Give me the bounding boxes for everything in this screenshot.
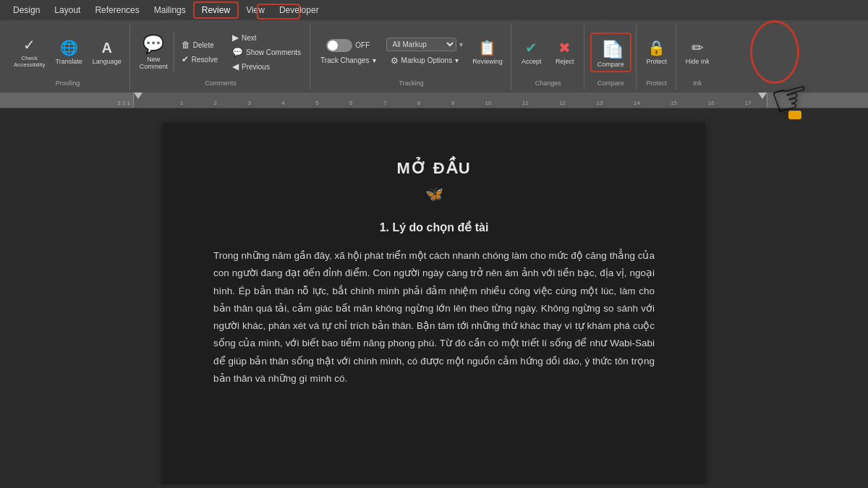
tracking-buttons: OFF Track Changes ▾ All Markup Simple Ma… [316, 26, 506, 78]
reviewing-pane-label: Reviewing [472, 58, 503, 65]
check-accessibility-button[interactable]: ✓ CheckAccessibility [10, 34, 49, 70]
menu-bar: Design Layout References Mailings Review… [0, 0, 868, 20]
accept-label: Accept [522, 58, 542, 65]
protect-label: Protect [646, 58, 667, 65]
compare-icon: 📄 📄 [601, 37, 621, 59]
accept-icon: ✔ [525, 39, 537, 56]
show-comments-label: Show Comments [246, 48, 301, 56]
proofing-group: ✓ CheckAccessibility 🌐 Translate A Langu… [6, 23, 130, 90]
changes-group: ✔ Accept ✖ Reject Changes [513, 23, 584, 90]
translate-button[interactable]: 🌐 Translate [52, 37, 86, 67]
compare-button[interactable]: 📄 📄 Compare [590, 33, 631, 72]
previous-button[interactable]: ◀ Previous [228, 60, 305, 73]
menu-review[interactable]: Review [193, 1, 239, 19]
ribbon-wrapper: Design Layout References Mailings Review… [0, 0, 868, 93]
previous-label: Previous [242, 63, 270, 71]
protect-button[interactable]: 🔒 Protect [642, 37, 671, 67]
menu-references[interactable]: References [88, 3, 146, 17]
next-button[interactable]: ▶ Next [228, 31, 305, 44]
translate-label: Translate [56, 58, 82, 65]
show-comments-button[interactable]: 💬 Show Comments [228, 46, 305, 59]
reject-icon: ✖ [558, 39, 571, 56]
tracking-label: Tracking [316, 80, 506, 87]
track-changes-button[interactable]: Track Changes ▾ [316, 55, 380, 66]
ruler-left-ticks: 3 2 1 [0, 100, 133, 106]
ruler-17: 17 [745, 100, 752, 106]
ruler-6: 6 [349, 100, 352, 106]
translate-icon: 🌐 [60, 39, 78, 56]
delete-icon: 🗑 [182, 40, 190, 50]
protect-group-label: Protect [642, 80, 671, 87]
changes-label: Changes [517, 80, 579, 87]
hide-ink-button[interactable]: ✏ Hide Ink [682, 37, 713, 67]
ink-group-label: Ink [682, 80, 713, 87]
compare-label: Compare [597, 61, 624, 68]
new-comment-button[interactable]: 💬 NewComment [136, 32, 174, 72]
show-comments-icon: 💬 [232, 47, 243, 57]
proofing-buttons: ✓ CheckAccessibility 🌐 Translate A Langu… [10, 26, 125, 78]
reject-button[interactable]: ✖ Reject [550, 37, 579, 67]
ruler-down-arrow [134, 93, 142, 99]
ruler-9: 9 [451, 100, 454, 106]
page-title: MỞ ĐẦU [213, 159, 655, 178]
markup-select[interactable]: All Markup Simple Markup No Markup Origi… [386, 38, 456, 51]
compare-buttons: 📄 📄 Compare [590, 26, 631, 78]
next-icon: ▶ [232, 33, 239, 43]
compare-group: 📄 📄 Compare Compare [586, 23, 637, 90]
ruler-numbers: 1 2 3 4 5 6 7 8 9 10 11 12 13 14 15 16 1… [134, 100, 767, 106]
compare-group-label: Compare [590, 80, 631, 87]
menu-view[interactable]: View [239, 3, 272, 17]
resolve-button[interactable]: ✔ Resolve [177, 53, 222, 66]
toggle-pill[interactable] [326, 39, 352, 52]
reviewing-pane-icon: 📋 [478, 39, 496, 56]
reviewing-pane-button[interactable]: 📋 Reviewing [469, 37, 506, 67]
ink-group: ✏ Hide Ink Ink [678, 23, 718, 90]
track-changes-label: Track Changes [320, 56, 369, 64]
ruler-left-margin: 3 2 1 [0, 93, 134, 108]
markup-options-label: Markup Options [401, 56, 453, 64]
ruler-5: 5 [315, 100, 318, 106]
ruler-right-down-arrow [758, 93, 767, 99]
section-heading: 1. Lý do chọn đề tài [213, 221, 655, 234]
resolve-label: Resolve [192, 56, 218, 64]
toggle-off-label: OFF [355, 41, 370, 49]
ruler-10: 10 [485, 100, 492, 106]
comments-group: 💬 NewComment 🗑 Delete ✔ Resolve ▶ [132, 23, 310, 90]
menu-developer[interactable]: Developer [272, 3, 326, 17]
protect-group: 🔒 Protect Protect [638, 23, 676, 90]
new-comment-icon: 💬 [142, 34, 164, 54]
changes-buttons: ✔ Accept ✖ Reject [517, 26, 579, 78]
accept-button[interactable]: ✔ Accept [517, 37, 546, 67]
document-page: MỞ ĐẦU 🦋 1. Lý do chọn đề tài Trong nhữn… [163, 123, 705, 484]
menu-design[interactable]: Design [6, 3, 47, 17]
ruler-13: 13 [596, 100, 603, 106]
check-accessibility-icon: ✓ [23, 36, 35, 53]
markup-dropdown-icon: ▾ [459, 40, 463, 48]
proofing-label: Proofing [10, 80, 125, 87]
ruler-1: 1 [180, 100, 183, 106]
ruler-12: 12 [559, 100, 566, 106]
track-changes-toggle[interactable]: OFF [326, 39, 370, 52]
track-changes-dropdown-icon: ▾ [373, 56, 376, 64]
comments-buttons: 💬 NewComment 🗑 Delete ✔ Resolve ▶ [136, 26, 305, 78]
new-comment-label: NewComment [140, 56, 168, 70]
delete-label: Delete [193, 41, 214, 49]
menu-layout[interactable]: Layout [47, 3, 88, 17]
ink-buttons: ✏ Hide Ink [682, 26, 713, 78]
ruler-8: 8 [417, 100, 420, 106]
reject-label: Reject [556, 58, 574, 65]
ruler-4: 4 [281, 100, 284, 106]
markup-options-dropdown-icon: ▾ [455, 56, 459, 64]
markup-options-icon: ⚙ [391, 56, 399, 66]
document-area: MỞ ĐẦU 🦋 1. Lý do chọn đề tài Trong nhữn… [0, 108, 868, 484]
ruler-2: 2 [214, 100, 217, 106]
language-label: Language [93, 58, 122, 65]
page-ornament: 🦋 [213, 185, 655, 202]
ruler-main: 1 2 3 4 5 6 7 8 9 10 11 12 13 14 15 16 1… [134, 93, 767, 108]
menu-mailings[interactable]: Mailings [147, 3, 193, 17]
delete-button[interactable]: 🗑 Delete [177, 38, 222, 51]
ruler-16: 16 [707, 100, 714, 106]
language-button[interactable]: A Language [89, 38, 125, 67]
markup-options-button[interactable]: ⚙ Markup Options ▾ [386, 54, 464, 67]
hide-ink-icon: ✏ [692, 39, 704, 56]
